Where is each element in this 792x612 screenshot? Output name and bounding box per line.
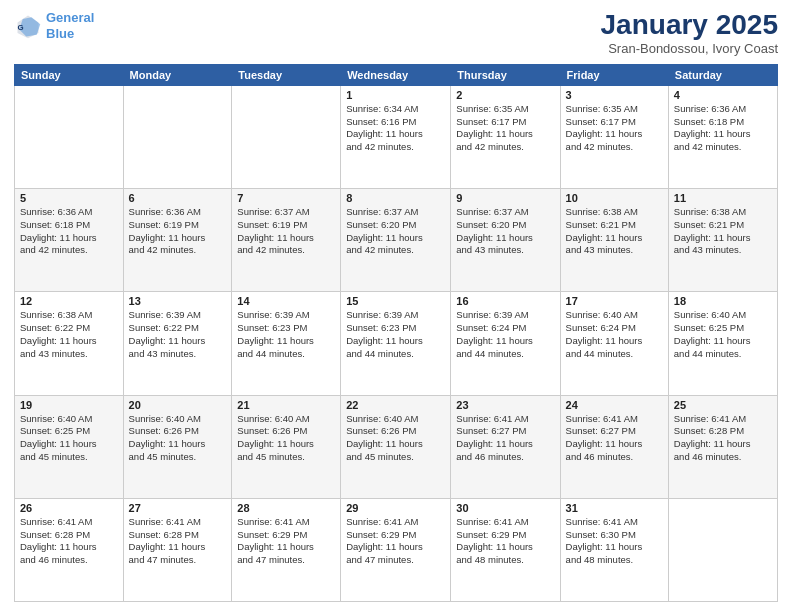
day-info: Sunrise: 6:40 AM Sunset: 6:26 PM Dayligh… bbox=[237, 413, 335, 464]
calendar-cell: 28Sunrise: 6:41 AM Sunset: 6:29 PM Dayli… bbox=[232, 498, 341, 601]
calendar-week-row: 5Sunrise: 6:36 AM Sunset: 6:18 PM Daylig… bbox=[15, 189, 778, 292]
calendar-cell: 25Sunrise: 6:41 AM Sunset: 6:28 PM Dayli… bbox=[668, 395, 777, 498]
logo: G General Blue bbox=[14, 10, 94, 41]
day-number: 1 bbox=[346, 89, 445, 101]
calendar-week-row: 1Sunrise: 6:34 AM Sunset: 6:16 PM Daylig… bbox=[15, 85, 778, 188]
day-info: Sunrise: 6:37 AM Sunset: 6:20 PM Dayligh… bbox=[456, 206, 554, 257]
day-number: 24 bbox=[566, 399, 663, 411]
calendar-cell bbox=[668, 498, 777, 601]
day-number: 9 bbox=[456, 192, 554, 204]
day-info: Sunrise: 6:39 AM Sunset: 6:23 PM Dayligh… bbox=[346, 309, 445, 360]
day-number: 8 bbox=[346, 192, 445, 204]
calendar-cell: 16Sunrise: 6:39 AM Sunset: 6:24 PM Dayli… bbox=[451, 292, 560, 395]
calendar-cell: 13Sunrise: 6:39 AM Sunset: 6:22 PM Dayli… bbox=[123, 292, 232, 395]
day-number: 21 bbox=[237, 399, 335, 411]
day-number: 23 bbox=[456, 399, 554, 411]
day-number: 25 bbox=[674, 399, 772, 411]
day-info: Sunrise: 6:41 AM Sunset: 6:27 PM Dayligh… bbox=[456, 413, 554, 464]
day-info: Sunrise: 6:40 AM Sunset: 6:26 PM Dayligh… bbox=[129, 413, 227, 464]
calendar-cell: 11Sunrise: 6:38 AM Sunset: 6:21 PM Dayli… bbox=[668, 189, 777, 292]
day-info: Sunrise: 6:37 AM Sunset: 6:19 PM Dayligh… bbox=[237, 206, 335, 257]
day-number: 15 bbox=[346, 295, 445, 307]
col-friday: Friday bbox=[560, 64, 668, 85]
calendar-cell: 23Sunrise: 6:41 AM Sunset: 6:27 PM Dayli… bbox=[451, 395, 560, 498]
day-number: 30 bbox=[456, 502, 554, 514]
svg-text:G: G bbox=[18, 22, 24, 31]
calendar-cell: 17Sunrise: 6:40 AM Sunset: 6:24 PM Dayli… bbox=[560, 292, 668, 395]
calendar-week-row: 19Sunrise: 6:40 AM Sunset: 6:25 PM Dayli… bbox=[15, 395, 778, 498]
day-info: Sunrise: 6:39 AM Sunset: 6:23 PM Dayligh… bbox=[237, 309, 335, 360]
calendar-cell bbox=[232, 85, 341, 188]
header: G General Blue January 2025 Sran-Bondoss… bbox=[14, 10, 778, 56]
day-info: Sunrise: 6:41 AM Sunset: 6:28 PM Dayligh… bbox=[674, 413, 772, 464]
day-number: 16 bbox=[456, 295, 554, 307]
month-title: January 2025 bbox=[601, 10, 778, 41]
day-number: 2 bbox=[456, 89, 554, 101]
col-sunday: Sunday bbox=[15, 64, 124, 85]
location: Sran-Bondossou, Ivory Coast bbox=[601, 41, 778, 56]
calendar-cell: 30Sunrise: 6:41 AM Sunset: 6:29 PM Dayli… bbox=[451, 498, 560, 601]
calendar-cell: 10Sunrise: 6:38 AM Sunset: 6:21 PM Dayli… bbox=[560, 189, 668, 292]
day-info: Sunrise: 6:41 AM Sunset: 6:28 PM Dayligh… bbox=[129, 516, 227, 567]
calendar-cell: 9Sunrise: 6:37 AM Sunset: 6:20 PM Daylig… bbox=[451, 189, 560, 292]
day-info: Sunrise: 6:41 AM Sunset: 6:29 PM Dayligh… bbox=[346, 516, 445, 567]
calendar-cell bbox=[15, 85, 124, 188]
day-number: 3 bbox=[566, 89, 663, 101]
day-info: Sunrise: 6:40 AM Sunset: 6:25 PM Dayligh… bbox=[674, 309, 772, 360]
calendar-cell: 20Sunrise: 6:40 AM Sunset: 6:26 PM Dayli… bbox=[123, 395, 232, 498]
calendar-cell: 24Sunrise: 6:41 AM Sunset: 6:27 PM Dayli… bbox=[560, 395, 668, 498]
day-info: Sunrise: 6:38 AM Sunset: 6:21 PM Dayligh… bbox=[674, 206, 772, 257]
day-number: 17 bbox=[566, 295, 663, 307]
calendar-cell: 22Sunrise: 6:40 AM Sunset: 6:26 PM Dayli… bbox=[341, 395, 451, 498]
calendar-cell: 6Sunrise: 6:36 AM Sunset: 6:19 PM Daylig… bbox=[123, 189, 232, 292]
calendar-cell: 4Sunrise: 6:36 AM Sunset: 6:18 PM Daylig… bbox=[668, 85, 777, 188]
day-number: 14 bbox=[237, 295, 335, 307]
logo-text: General Blue bbox=[46, 10, 94, 41]
title-block: January 2025 Sran-Bondossou, Ivory Coast bbox=[601, 10, 778, 56]
calendar-cell: 15Sunrise: 6:39 AM Sunset: 6:23 PM Dayli… bbox=[341, 292, 451, 395]
day-info: Sunrise: 6:37 AM Sunset: 6:20 PM Dayligh… bbox=[346, 206, 445, 257]
col-thursday: Thursday bbox=[451, 64, 560, 85]
day-number: 7 bbox=[237, 192, 335, 204]
calendar-week-row: 12Sunrise: 6:38 AM Sunset: 6:22 PM Dayli… bbox=[15, 292, 778, 395]
day-info: Sunrise: 6:41 AM Sunset: 6:29 PM Dayligh… bbox=[456, 516, 554, 567]
day-info: Sunrise: 6:38 AM Sunset: 6:21 PM Dayligh… bbox=[566, 206, 663, 257]
day-info: Sunrise: 6:41 AM Sunset: 6:29 PM Dayligh… bbox=[237, 516, 335, 567]
day-info: Sunrise: 6:38 AM Sunset: 6:22 PM Dayligh… bbox=[20, 309, 118, 360]
day-info: Sunrise: 6:41 AM Sunset: 6:27 PM Dayligh… bbox=[566, 413, 663, 464]
calendar-header-row: Sunday Monday Tuesday Wednesday Thursday… bbox=[15, 64, 778, 85]
day-info: Sunrise: 6:40 AM Sunset: 6:26 PM Dayligh… bbox=[346, 413, 445, 464]
calendar-cell: 27Sunrise: 6:41 AM Sunset: 6:28 PM Dayli… bbox=[123, 498, 232, 601]
day-info: Sunrise: 6:40 AM Sunset: 6:25 PM Dayligh… bbox=[20, 413, 118, 464]
calendar-cell: 1Sunrise: 6:34 AM Sunset: 6:16 PM Daylig… bbox=[341, 85, 451, 188]
day-info: Sunrise: 6:39 AM Sunset: 6:22 PM Dayligh… bbox=[129, 309, 227, 360]
col-saturday: Saturday bbox=[668, 64, 777, 85]
calendar-cell: 31Sunrise: 6:41 AM Sunset: 6:30 PM Dayli… bbox=[560, 498, 668, 601]
calendar-cell: 12Sunrise: 6:38 AM Sunset: 6:22 PM Dayli… bbox=[15, 292, 124, 395]
calendar-cell: 18Sunrise: 6:40 AM Sunset: 6:25 PM Dayli… bbox=[668, 292, 777, 395]
calendar-cell: 2Sunrise: 6:35 AM Sunset: 6:17 PM Daylig… bbox=[451, 85, 560, 188]
calendar-cell: 14Sunrise: 6:39 AM Sunset: 6:23 PM Dayli… bbox=[232, 292, 341, 395]
calendar-cell: 19Sunrise: 6:40 AM Sunset: 6:25 PM Dayli… bbox=[15, 395, 124, 498]
calendar-week-row: 26Sunrise: 6:41 AM Sunset: 6:28 PM Dayli… bbox=[15, 498, 778, 601]
day-info: Sunrise: 6:41 AM Sunset: 6:30 PM Dayligh… bbox=[566, 516, 663, 567]
calendar-cell: 7Sunrise: 6:37 AM Sunset: 6:19 PM Daylig… bbox=[232, 189, 341, 292]
day-number: 12 bbox=[20, 295, 118, 307]
day-number: 10 bbox=[566, 192, 663, 204]
day-number: 19 bbox=[20, 399, 118, 411]
calendar-table: Sunday Monday Tuesday Wednesday Thursday… bbox=[14, 64, 778, 602]
col-wednesday: Wednesday bbox=[341, 64, 451, 85]
day-info: Sunrise: 6:34 AM Sunset: 6:16 PM Dayligh… bbox=[346, 103, 445, 154]
day-number: 5 bbox=[20, 192, 118, 204]
calendar-cell: 3Sunrise: 6:35 AM Sunset: 6:17 PM Daylig… bbox=[560, 85, 668, 188]
day-number: 18 bbox=[674, 295, 772, 307]
calendar-cell: 5Sunrise: 6:36 AM Sunset: 6:18 PM Daylig… bbox=[15, 189, 124, 292]
day-number: 29 bbox=[346, 502, 445, 514]
day-number: 22 bbox=[346, 399, 445, 411]
calendar-cell: 8Sunrise: 6:37 AM Sunset: 6:20 PM Daylig… bbox=[341, 189, 451, 292]
calendar-cell: 29Sunrise: 6:41 AM Sunset: 6:29 PM Dayli… bbox=[341, 498, 451, 601]
day-number: 27 bbox=[129, 502, 227, 514]
day-number: 31 bbox=[566, 502, 663, 514]
day-number: 13 bbox=[129, 295, 227, 307]
day-info: Sunrise: 6:36 AM Sunset: 6:18 PM Dayligh… bbox=[674, 103, 772, 154]
